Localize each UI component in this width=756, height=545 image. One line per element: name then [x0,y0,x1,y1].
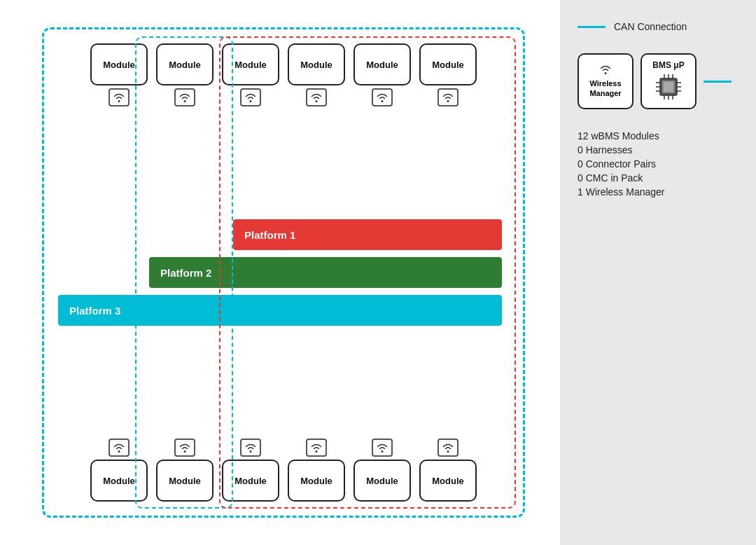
module-rect: Module [156,460,214,502]
module-rect: Module [419,460,477,502]
stat-label-0: 12 wBMS Modules [578,130,659,142]
platform1-label: Platform 1 [244,229,295,241]
wifi-icon [306,439,327,457]
svg-rect-2 [664,82,673,92]
wifi-icon [174,439,195,457]
can-connection-line [704,81,732,83]
module-rect: Module [90,43,148,85]
module-box-bottom-6: Module [419,439,477,502]
stat-cmc-in-pack: 0 CMC in Pack [578,172,738,184]
module-rect: Module [288,460,345,502]
stats-list: 12 wBMS Modules 0 Harnesses 0 Connector … [578,130,738,198]
wifi-icon [174,88,195,106]
module-box-bottom-3: Module [222,439,279,502]
top-modules-row: Module Module [58,43,509,106]
wifi-icon [306,88,327,106]
platform2-label: Platform 2 [160,267,211,279]
module-rect: Module [156,43,214,85]
wireless-manager-box: WirelessManager [578,53,634,109]
module-rect: Module [288,43,345,85]
wifi-icon [240,88,261,106]
legend-label: CAN Connection [614,21,687,32]
module-box-bottom-2: Module [156,439,214,502]
wifi-icon [438,88,458,106]
module-box-top-6: Module [419,43,477,106]
outer-border: Module Module [42,27,525,518]
stat-label-1: 0 Harnesses [578,144,633,156]
legend-row: CAN Connection [578,21,738,32]
platform3-bar: Platform 3 [58,295,502,326]
main-diagram: Module Module [0,0,560,545]
platform1-bar: Platform 1 [233,219,502,250]
wifi-icon [438,439,458,457]
diagram-content: Module Module [58,43,509,502]
module-box-top-3: Module [222,43,279,106]
module-box-bottom-5: Module [354,439,411,502]
wifi-icon [240,439,261,457]
stat-wbms-modules: 12 wBMS Modules [578,130,738,142]
stat-wireless-manager: 1 Wireless Manager [578,186,738,198]
stat-connector-pairs: 0 Connector Pairs [578,158,738,170]
platforms-area: Platform 1 Platform 2 Platform 3 [58,219,509,326]
platform2-bar: Platform 2 [149,257,502,288]
chip-icon [653,71,684,102]
bms-diagram: WirelessManager BMS μP [578,53,738,109]
module-box-top-5: Module [354,43,411,106]
module-box-top-2: Module [156,43,214,106]
module-box-top-4: Module [288,43,345,106]
module-box-bottom-4: Module [288,439,345,502]
wifi-icon [108,439,130,457]
wifi-icon [372,88,393,106]
stat-harnesses: 0 Harnesses [578,144,738,156]
platform3-label: Platform 3 [69,305,120,317]
bottom-modules-row: Module Module [58,439,509,502]
stat-label-4: 1 Wireless Manager [578,186,665,198]
bms-chip-label: BMS μP [652,60,684,70]
stat-label-3: 0 CMC in Pack [578,172,643,184]
bms-chip-box: BMS μP [640,53,696,109]
module-rect: Module [90,460,148,502]
module-box-top-1: Module [90,43,148,106]
wifi-icon [108,88,130,106]
wireless-manager-label: WirelessManager [589,78,621,99]
module-rect: Module [354,43,411,85]
module-box-bottom-1: Module [90,439,148,502]
stat-label-2: 0 Connector Pairs [578,158,656,170]
module-rect: Module [222,43,279,85]
module-rect: Module [354,460,411,502]
module-rect: Module [419,43,477,85]
legend-line [578,26,606,28]
wifi-icon [372,439,393,457]
sidebar: CAN Connection WirelessManager BMS μP [560,0,756,545]
module-rect: Module [222,460,279,502]
